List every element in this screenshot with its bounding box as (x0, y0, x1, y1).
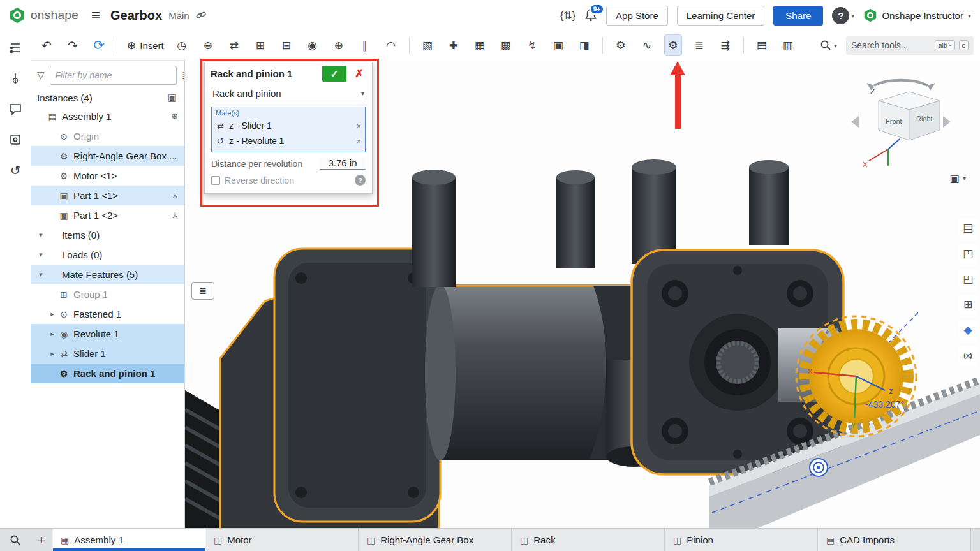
orbit-arrows[interactable] (874, 80, 928, 85)
reverse-direction-checkbox[interactable] (211, 176, 220, 185)
measure-icon[interactable]: (x) (958, 346, 977, 365)
rack-pinion-relation-icon[interactable]: ⚙ (665, 35, 681, 55)
tree-item-origin[interactable]: ⊙ Origin (31, 126, 184, 146)
distance-per-revolution-input[interactable]: 3.76 in (320, 158, 366, 170)
feature-list-panel-icon[interactable]: ▤ (958, 218, 977, 237)
tab-assembly-1[interactable]: ▦ Assembly 1 (52, 529, 205, 551)
mates-selection-box[interactable]: Mate(s) ⇄ z - Slider 1 × ↺ z - Revolute … (211, 107, 366, 152)
toolbar-separator[interactable] (743, 37, 744, 54)
remove-mate-icon[interactable]: × (356, 121, 361, 131)
section-loads[interactable]: ▾ Loads (0) (31, 245, 184, 265)
share-link-icon[interactable] (196, 10, 206, 20)
motor-body[interactable] (220, 249, 440, 528)
tab-rack[interactable]: ◫ Rack (512, 529, 665, 551)
view-options-button[interactable]: ▣ ▾ (950, 172, 966, 184)
planar-mate-icon[interactable]: ⊞ (252, 35, 269, 55)
structure-icon[interactable]: ▥ (780, 35, 796, 55)
bom-icon[interactable]: ▤ (754, 35, 770, 55)
filter-funnel-icon[interactable]: ▽ (37, 70, 45, 81)
cable-routing-icon[interactable]: ⇶ (717, 35, 734, 55)
select-region-icon[interactable]: ▧ (419, 35, 436, 55)
appearance-panel-icon[interactable]: ◆ (958, 320, 977, 339)
cube-faces[interactable]: Front Right (879, 92, 940, 140)
parts-list-icon[interactable] (7, 131, 24, 148)
screw-relation-icon[interactable]: ∿ (639, 35, 655, 55)
group-icon[interactable]: ▦ (471, 35, 488, 55)
remove-mate-icon[interactable]: × (356, 136, 361, 146)
parallel-mate-icon[interactable]: ∥ (357, 35, 373, 55)
tab-right-angle-gear-box[interactable]: ◫ Right-Angle Gear Box (359, 529, 512, 551)
search-tools-input[interactable]: Search tools... alt/~ c (846, 36, 974, 55)
toolbar-separator[interactable] (409, 37, 410, 54)
toolbar-separator[interactable] (602, 37, 603, 54)
mate-icon[interactable]: ◷ (174, 35, 190, 55)
tab-cad-imports[interactable]: ▤ CAD Imports (818, 529, 971, 551)
structure-tree-icon[interactable] (7, 40, 24, 56)
comments-icon[interactable] (7, 101, 24, 117)
section-mate-features[interactable]: ▾ Mate Features (5) (31, 265, 184, 284)
section-items[interactable]: ▾ Items (0) (31, 225, 184, 245)
rack-mate-target[interactable] (810, 459, 828, 476)
rotate-left-arrow[interactable] (851, 116, 859, 128)
tree-chevron-icon[interactable]: ▸ (47, 349, 57, 358)
search-tools-menu[interactable]: ▾ (820, 40, 837, 51)
tree-item-assembly-1[interactable]: ▤ Assembly 1 ⊕ (31, 107, 184, 126)
front-face-label[interactable]: Front (886, 117, 902, 125)
exploded-views-icon[interactable]: ◰ (958, 269, 977, 288)
app-store-button[interactable]: App Store (606, 6, 668, 26)
tree-item-fastened-1[interactable]: ▸ ⊙ Fastened 1 (31, 304, 184, 324)
onshape-logo[interactable]: onshape (9, 7, 78, 24)
filter-input[interactable] (50, 66, 177, 85)
mate-connector-filter-icon[interactable] (7, 70, 24, 87)
right-face-label[interactable]: Right (916, 115, 933, 122)
linear-relation-icon[interactable]: ≣ (691, 35, 708, 55)
tree-chevron-icon[interactable]: ▾ (36, 231, 46, 239)
pattern-icon[interactable]: ▩ (498, 35, 514, 55)
mate-list-item[interactable]: ⇄ z - Slider 1 × (216, 118, 361, 133)
tab-pinion[interactable]: ◫ Pinion (665, 529, 818, 551)
redo-button[interactable]: ↷ (64, 35, 81, 55)
rebuild-button[interactable]: ⟳ (91, 35, 107, 55)
tree-chevron-icon[interactable]: ▸ (47, 330, 57, 338)
tab-motor[interactable]: ◫ Motor (205, 529, 359, 551)
account-menu[interactable]: Onshape Instructor ▾ (863, 8, 971, 22)
view-cube[interactable]: Front Right Z X (850, 71, 952, 182)
learning-center-button[interactable]: Learning Center (677, 6, 765, 26)
versions-icon[interactable]: {⇅} (560, 10, 575, 22)
ball-mate-icon[interactable]: ◉ (304, 35, 321, 55)
named-positions-icon[interactable]: ⊞ (958, 295, 977, 314)
workspace-name[interactable]: Main (168, 10, 189, 21)
tree-chevron-icon[interactable]: ▾ (36, 251, 46, 259)
list-view-icon[interactable]: ≣ (182, 69, 185, 82)
help-menu[interactable]: ? ▾ (832, 7, 854, 24)
tree-item-motor[interactable]: ⚙ Motor <1> (31, 166, 184, 186)
explode-icon[interactable]: ↯ (524, 35, 540, 55)
main-menu-icon[interactable]: ≡ (91, 6, 100, 24)
pin-slot-mate-icon[interactable]: ⊟ (278, 35, 295, 55)
help-icon[interactable]: ? (355, 175, 366, 186)
mate-connector-icon[interactable]: ✚ (445, 35, 462, 55)
tree-item-part-1-1[interactable]: ▣ Part 1 <1> Y (31, 186, 184, 205)
rotate-right-arrow[interactable] (943, 116, 951, 128)
parts-panel-icon[interactable]: ◳ (958, 244, 977, 263)
fastened-mate-icon[interactable]: ⊕ (330, 35, 347, 55)
tree-item-rack-and-pinion-1[interactable]: ⚙ Rack and pinion 1 (31, 364, 184, 383)
relation-type-dropdown[interactable]: Rack and pinion ▾ (211, 86, 366, 101)
tree-item-part-1-2[interactable]: ▣ Part 1 <2> Y (31, 205, 184, 225)
slider-mate-icon[interactable]: ⇄ (226, 35, 242, 55)
cancel-button[interactable]: ✗ (350, 66, 368, 82)
tree-chevron-icon[interactable]: ▸ (47, 310, 57, 318)
undo-button[interactable]: ↶ (38, 35, 55, 55)
tree-item-slider-1[interactable]: ▸ ⇄ Slider 1 (31, 344, 184, 364)
accept-button[interactable]: ✓ (322, 66, 346, 82)
notifications-bell-icon[interactable]: 9+ (584, 8, 597, 22)
mate-list-flyout-button[interactable]: ≣ (191, 282, 214, 300)
share-button[interactable]: Share (773, 6, 823, 26)
new-tab-button[interactable]: + (31, 529, 52, 551)
snapshot-icon[interactable]: ▣ (550, 35, 567, 55)
tree-item-right-angle-gear-box[interactable]: ⚙ Right-Angle Gear Box ... (31, 146, 184, 166)
tree-item-group-1[interactable]: ⊞ Group 1 (31, 284, 184, 304)
tree-item-revolute-1[interactable]: ▸ ◉ Revolute 1 (31, 324, 184, 344)
tree-chevron-icon[interactable]: ▾ (36, 270, 46, 279)
gear-relation-icon[interactable]: ⚙ (612, 35, 629, 55)
